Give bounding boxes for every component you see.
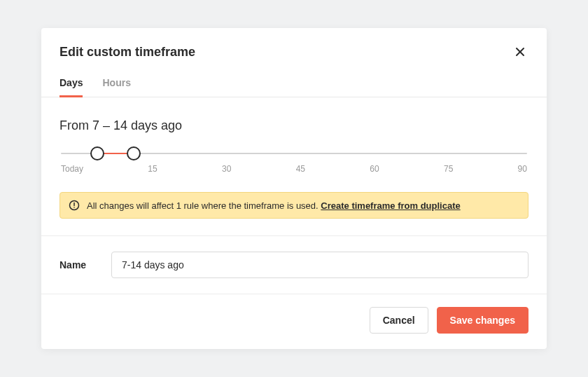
slider-tick: 15	[148, 164, 157, 174]
name-input[interactable]	[111, 252, 528, 278]
create-duplicate-link[interactable]: Create timeframe from duplicate	[321, 200, 460, 211]
tab-days[interactable]: Days	[59, 71, 83, 97]
name-label: Name	[59, 259, 90, 270]
slider-tick: 30	[222, 164, 231, 174]
slider-handle-from[interactable]	[90, 146, 104, 160]
alert-banner: All changes will affect 1 rule where the…	[59, 192, 528, 219]
modal-title: Edit custom timeframe	[59, 45, 195, 60]
slider-tick: 90	[518, 164, 527, 174]
slider-handle-to[interactable]	[127, 146, 141, 160]
svg-point-4	[74, 207, 75, 208]
range-slider[interactable]: Today153045607590	[61, 153, 527, 174]
close-icon	[514, 46, 526, 57]
slider-tick: 45	[296, 164, 305, 174]
slider-ticks: Today153045607590	[61, 164, 527, 174]
slider-tick: 75	[444, 164, 453, 174]
save-button[interactable]: Save changes	[437, 307, 528, 334]
tab-hours[interactable]: Hours	[102, 71, 130, 97]
modal-footer: Cancel Save changes	[41, 294, 547, 349]
slider-track	[61, 153, 527, 154]
modal-header: Edit custom timeframe	[41, 28, 547, 71]
name-row: Name	[41, 236, 547, 294]
slider-tick: 60	[370, 164, 379, 174]
tabs: Days Hours	[41, 71, 547, 97]
range-summary: From 7 – 14 days ago	[59, 118, 528, 133]
alert-message: All changes will affect 1 rule where the…	[87, 200, 321, 211]
close-button[interactable]	[512, 43, 528, 60]
cancel-button[interactable]: Cancel	[370, 307, 428, 334]
slider-tick: Today	[61, 164, 83, 174]
warning-icon	[69, 200, 80, 211]
alert-text: All changes will affect 1 rule where the…	[87, 200, 461, 211]
modal-body: From 7 – 14 days ago Today153045607590 A…	[41, 97, 547, 235]
edit-timeframe-modal: Edit custom timeframe Days Hours From 7 …	[41, 28, 547, 349]
